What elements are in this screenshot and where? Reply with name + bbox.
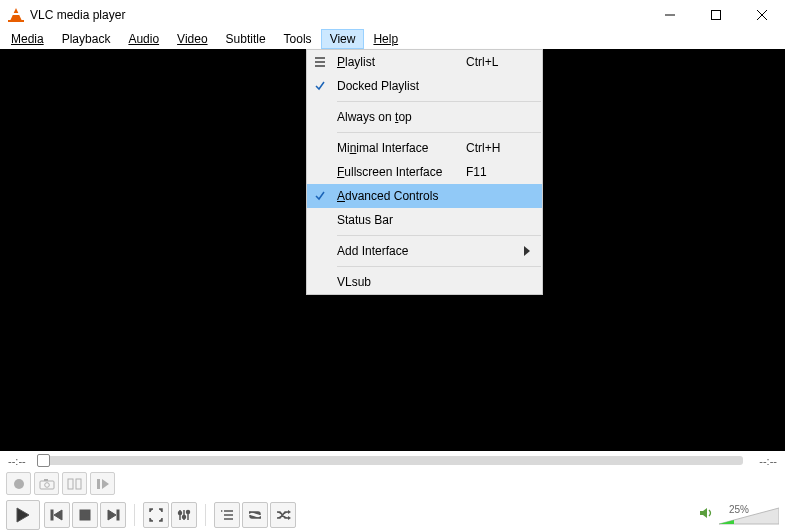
frame-step-button[interactable] bbox=[90, 472, 115, 495]
svg-marker-14 bbox=[54, 510, 62, 520]
stop-button[interactable] bbox=[72, 502, 98, 528]
seek-knob[interactable] bbox=[37, 454, 50, 467]
menu-separator bbox=[337, 235, 541, 236]
time-total[interactable]: --:-- bbox=[749, 455, 777, 467]
window-title: VLC media player bbox=[30, 8, 647, 22]
loop-ab-button[interactable] bbox=[62, 472, 87, 495]
record-button[interactable] bbox=[6, 472, 31, 495]
svg-rect-6 bbox=[44, 479, 48, 481]
previous-button[interactable] bbox=[44, 502, 70, 528]
extended-settings-button[interactable] bbox=[171, 502, 197, 528]
divider bbox=[134, 504, 135, 526]
shuffle-button[interactable] bbox=[270, 502, 296, 528]
check-icon bbox=[307, 189, 333, 203]
menu-item-fullscreen-interface[interactable]: Fullscreen Interface F11 bbox=[307, 160, 542, 184]
menu-item-label: Fullscreen Interface bbox=[337, 165, 442, 179]
menu-audio[interactable]: Audio bbox=[119, 29, 168, 49]
submenu-arrow-icon bbox=[524, 246, 542, 256]
menu-item-minimal-interface[interactable]: Minimal Interface Ctrl+H bbox=[307, 136, 542, 160]
controls-row: 25% bbox=[0, 497, 785, 532]
svg-point-23 bbox=[187, 510, 190, 513]
menu-item-label: Minimal Interface bbox=[337, 141, 428, 155]
playlist-icon bbox=[307, 56, 333, 68]
menu-playback[interactable]: Playback bbox=[53, 29, 120, 49]
next-button[interactable] bbox=[100, 502, 126, 528]
svg-marker-31 bbox=[288, 516, 291, 520]
menu-item-label: Status Bar bbox=[333, 213, 466, 227]
volume-control: 25% bbox=[699, 504, 779, 526]
menu-item-add-interface[interactable]: Add Interface bbox=[307, 239, 542, 263]
svg-marker-12 bbox=[17, 508, 29, 522]
menu-separator bbox=[337, 266, 541, 267]
seek-bar-row: --:-- --:-- bbox=[0, 451, 785, 470]
menu-help[interactable]: Help bbox=[364, 29, 407, 49]
volume-percent-label: 25% bbox=[729, 504, 749, 515]
time-elapsed[interactable]: --:-- bbox=[8, 455, 36, 467]
svg-rect-8 bbox=[68, 479, 73, 489]
menubar: Media Playback Audio Video Subtitle Tool… bbox=[0, 29, 785, 49]
menu-item-vlsub[interactable]: VLsub bbox=[307, 270, 542, 294]
svg-marker-38 bbox=[524, 246, 530, 256]
app-icon bbox=[8, 7, 24, 23]
advanced-controls-row bbox=[0, 470, 785, 497]
menu-item-accel: Ctrl+L bbox=[466, 55, 524, 69]
menu-subtitle[interactable]: Subtitle bbox=[217, 29, 275, 49]
menu-item-accel: F11 bbox=[466, 165, 524, 179]
svg-marker-30 bbox=[288, 510, 291, 514]
svg-marker-16 bbox=[108, 510, 116, 520]
svg-rect-15 bbox=[80, 510, 90, 520]
svg-rect-10 bbox=[97, 479, 100, 489]
divider bbox=[205, 504, 206, 526]
svg-rect-17 bbox=[117, 510, 119, 520]
loop-button[interactable] bbox=[242, 502, 268, 528]
menu-item-advanced-controls[interactable]: Advanced Controls bbox=[307, 184, 542, 208]
maximize-button[interactable] bbox=[693, 0, 739, 29]
menu-item-docked-playlist[interactable]: Docked Playlist bbox=[307, 74, 542, 98]
menu-item-label: Always on top bbox=[337, 110, 412, 124]
svg-rect-9 bbox=[76, 479, 81, 489]
svg-marker-32 bbox=[700, 508, 707, 518]
volume-slider[interactable]: 25% bbox=[719, 504, 779, 526]
svg-marker-11 bbox=[102, 479, 109, 489]
svg-rect-1 bbox=[712, 10, 721, 19]
svg-point-7 bbox=[44, 482, 49, 487]
menu-media[interactable]: Media bbox=[2, 29, 53, 49]
svg-point-4 bbox=[14, 479, 24, 489]
menu-item-label: Playlist bbox=[337, 55, 375, 69]
titlebar: VLC media player bbox=[0, 0, 785, 29]
playlist-button[interactable] bbox=[214, 502, 240, 528]
menu-item-label: Add Interface bbox=[333, 244, 466, 258]
menu-item-label: VLsub bbox=[333, 275, 466, 289]
menu-separator bbox=[337, 101, 541, 102]
view-dropdown: Playlist Ctrl+L Docked Playlist Always o… bbox=[306, 49, 543, 295]
check-icon bbox=[307, 79, 333, 93]
menu-separator bbox=[337, 132, 541, 133]
speaker-icon[interactable] bbox=[699, 506, 713, 523]
svg-point-21 bbox=[179, 511, 182, 514]
menu-item-status-bar[interactable]: Status Bar bbox=[307, 208, 542, 232]
menu-item-label: Docked Playlist bbox=[333, 79, 466, 93]
menu-video[interactable]: Video bbox=[168, 29, 216, 49]
minimize-button[interactable] bbox=[647, 0, 693, 29]
snapshot-button[interactable] bbox=[34, 472, 59, 495]
svg-point-22 bbox=[183, 515, 186, 518]
menu-item-accel: Ctrl+H bbox=[466, 141, 524, 155]
menu-item-label: Advanced Controls bbox=[337, 189, 438, 203]
play-button[interactable] bbox=[6, 500, 40, 530]
menu-view[interactable]: View bbox=[321, 29, 365, 49]
menu-tools[interactable]: Tools bbox=[275, 29, 321, 49]
svg-rect-13 bbox=[51, 510, 53, 520]
seek-track[interactable] bbox=[42, 456, 743, 465]
menu-item-playlist[interactable]: Playlist Ctrl+L bbox=[307, 50, 542, 74]
close-button[interactable] bbox=[739, 0, 785, 29]
menu-item-always-on-top[interactable]: Always on top bbox=[307, 105, 542, 129]
svg-marker-27 bbox=[221, 510, 223, 512]
fullscreen-button[interactable] bbox=[143, 502, 169, 528]
